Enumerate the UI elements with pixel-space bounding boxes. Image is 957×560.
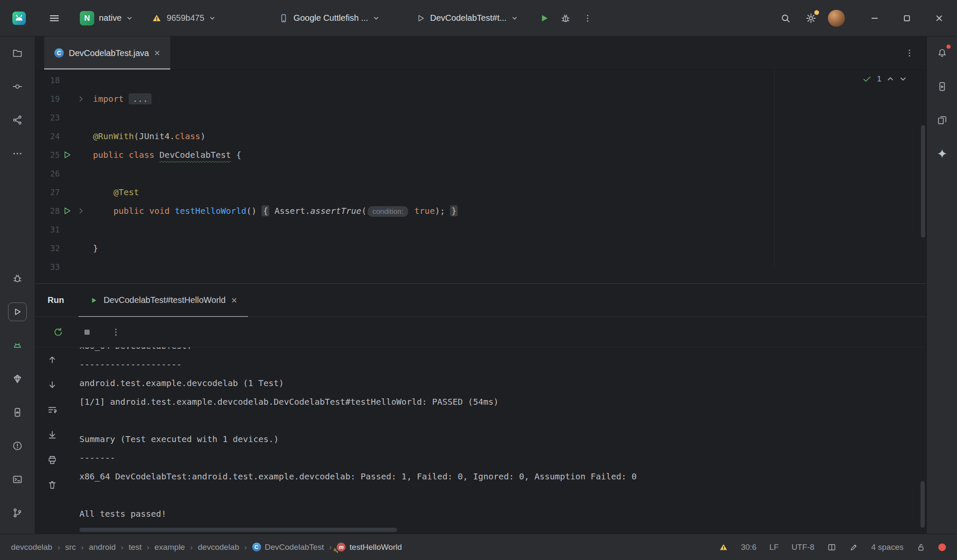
close-button[interactable] [932,11,947,26]
breadcrumb-item[interactable]: example [155,543,185,552]
console-line: All tests passed! [79,504,926,523]
tool-app-quality-insights-button[interactable] [8,370,27,388]
kebab-icon [583,13,593,23]
search-button[interactable] [776,9,795,28]
notifications-button[interactable] [933,44,951,62]
code-text: public class DevCodelabTest { [93,150,241,160]
tool-device-manager-button[interactable] [8,403,27,422]
tool-run-button[interactable] [8,302,27,321]
fold-chevron-icon[interactable] [74,93,88,104]
rerun-button[interactable] [51,325,65,339]
breadcrumb-item[interactable]: devcodelab [198,543,239,552]
fold-chevron-icon[interactable] [74,205,88,216]
error-notification-dot[interactable] [938,543,946,551]
run-tab-play-icon [90,296,98,305]
reader-mode-icon [827,543,836,552]
breadcrumb-separator: › [57,543,60,552]
tool-commit-button[interactable] [8,77,27,96]
run-tab[interactable]: DevCodelabTest#testHelloWorld × [79,284,248,316]
line-number: 27 [35,188,60,197]
scroll-to-end-icon [47,430,57,440]
tool-project-button[interactable] [8,44,27,62]
maximize-button[interactable] [899,11,915,26]
run-button[interactable] [535,9,554,28]
gemini-button[interactable] [933,144,951,163]
tool-logcat-button[interactable] [8,336,27,355]
scroll-to-end-button[interactable] [46,428,59,441]
console-horizontal-scrollbar[interactable] [79,528,397,532]
center-pane: C DevCodelabTest.java × 1819import ...23… [35,36,926,534]
code-text: } [93,243,98,253]
breadcrumb-item[interactable]: mtestHelloWorld [337,543,402,552]
breadcrumb-separator: › [81,543,84,552]
editor-tab[interactable]: C DevCodelabTest.java × [44,36,170,70]
logcat-android-icon [12,340,23,351]
breadcrumb-item[interactable]: devcodelab [11,543,52,552]
tool-problems-button[interactable] [8,437,27,455]
tab-close-icon[interactable]: × [154,48,160,58]
rerun-icon [53,327,64,338]
device-name: Google Cuttlefish ... [293,13,368,23]
main-menu-button[interactable] [45,9,64,28]
code-line: 32} [35,239,926,258]
run-more-options-button[interactable] [109,325,123,339]
titlebar: N native 9659b475 [0,0,957,36]
tool-structure-button[interactable] [8,111,27,129]
breadcrumb-item[interactable]: src [65,543,76,552]
soft-wrap-button[interactable] [46,403,59,416]
clear-console-button[interactable] [46,479,59,491]
console-output[interactable]: x86_64 DevCodelabTest:------------------… [69,347,926,534]
file-encoding[interactable]: UTF-8 [791,543,814,552]
user-avatar[interactable] [827,9,846,28]
vcs-branch-selector[interactable]: 9659b475 [147,10,220,27]
run-gutter-icon[interactable] [60,149,74,160]
chevron-down-icon[interactable] [899,75,907,83]
project-selector[interactable]: N native [76,8,137,29]
tool-version-control-button[interactable] [8,504,27,522]
code-line: 27 @Test [35,183,926,202]
tab-options-button[interactable] [900,44,919,62]
console-vertical-scrollbar[interactable] [920,481,925,528]
line-separator[interactable]: LF [769,543,779,552]
unlock-icon [916,543,926,552]
statusbar-warning[interactable] [719,543,728,552]
tool-debug-button[interactable] [8,269,27,288]
debug-button[interactable] [556,9,575,28]
run-config-selector[interactable]: DevCodelabTest#t... [412,10,522,26]
highlighting-button[interactable] [849,543,858,552]
console-line: x86_64 DevCodelabTest:android.test.examp… [79,467,926,486]
settings-button[interactable] [802,9,820,28]
tool-terminal-button[interactable] [8,470,27,489]
structure-icon [12,115,23,126]
run-header: Run DevCodelabTest#testHelloWorld × [35,284,926,317]
code-line: 23 [35,108,926,127]
breadcrumb-item[interactable]: test [129,543,142,552]
code-editor[interactable]: 1819import ...2324@RunWith(JUnit4.class)… [35,70,926,283]
stop-button[interactable] [80,325,94,339]
breadcrumb-item[interactable]: android [89,543,115,552]
lock-button[interactable] [916,543,926,552]
code-text: @Test [93,187,139,197]
tool-more-button[interactable] [8,144,27,163]
more-actions-button[interactable] [578,9,597,28]
indent-setting[interactable]: 4 spaces [871,543,904,552]
titlebar-left: N native 9659b475 [11,8,597,29]
breadcrumb-item[interactable]: CDevCodelabTest [252,543,324,552]
hamburger-icon [48,12,60,24]
chevron-up-icon[interactable] [887,75,894,83]
print-button[interactable] [46,454,59,466]
device-mirror-button[interactable] [933,111,951,129]
device-selector[interactable]: Google Cuttlefish ... [274,10,384,27]
caret-position[interactable]: 30:6 [741,543,757,552]
code-text: @RunWith(JUnit4.class) [93,131,205,141]
code-rows: 1819import ...2324@RunWith(JUnit4.class)… [35,71,926,276]
up-stack-trace-button[interactable] [46,353,59,366]
minimize-button[interactable] [867,11,882,26]
run-gutter-icon[interactable] [60,205,74,216]
down-stack-trace-button[interactable] [46,378,59,391]
reader-mode-button[interactable] [827,543,836,552]
running-devices-button[interactable] [933,77,951,96]
run-tab-close-icon[interactable]: × [231,295,237,305]
inspections-widget[interactable]: 1 [862,74,907,84]
editor-scrollbar[interactable] [921,125,925,238]
